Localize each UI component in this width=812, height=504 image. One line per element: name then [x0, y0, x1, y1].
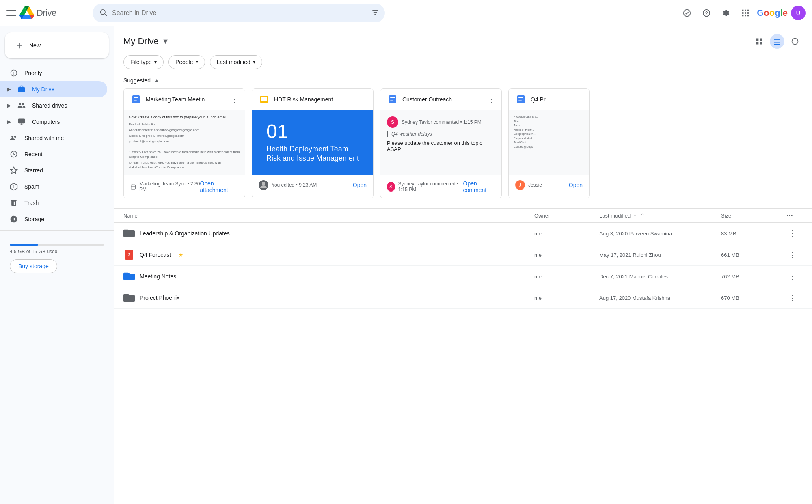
card-more-icon[interactable]: ⋮ [231, 95, 238, 104]
card-more-icon[interactable]: ⋮ [488, 95, 495, 104]
grid-view-button[interactable] [752, 34, 767, 49]
file-type-filter[interactable]: File type ▾ [123, 55, 164, 69]
svg-rect-10 [747, 9, 749, 11]
sidebar-item-label: Shared drives [32, 102, 67, 109]
svg-text:i: i [795, 39, 795, 44]
buy-storage-button[interactable]: Buy storage [10, 259, 57, 273]
col-header-owner[interactable]: Owner [534, 213, 599, 219]
sidebar-item-spam[interactable]: ! Spam [0, 179, 107, 195]
card-footer: S Sydney Taylor commented • 1:15 PM Open… [380, 175, 501, 198]
file-more-button[interactable]: ⋮ [786, 270, 799, 283]
sidebar-item-label: Storage [24, 216, 44, 222]
file-name-label: Q4 Forecast [140, 252, 171, 258]
card-title: Customer Outreach... [402, 96, 457, 103]
storage-bar [10, 244, 104, 246]
card-header-left: Q4 Pr... [515, 94, 550, 105]
card-action-link[interactable]: Open comment [463, 180, 495, 193]
file-owner: me [534, 230, 599, 237]
card-action-link[interactable]: Open [353, 182, 367, 188]
main-title-area[interactable]: My Drive ▼ [123, 36, 169, 47]
user-avatar-small [259, 180, 268, 190]
svg-rect-27 [756, 42, 759, 45]
card-hdt-risk[interactable]: HDT Risk Management ⋮ 01 Health Deployme… [252, 88, 374, 198]
svg-rect-49 [390, 97, 395, 98]
sidebar-item-storage[interactable]: Storage [0, 211, 107, 227]
svg-rect-52 [517, 95, 525, 103]
new-button[interactable]: ＋ New [5, 32, 109, 58]
starred-icon [10, 166, 18, 174]
sidebar-item-recent[interactable]: Recent [0, 146, 107, 162]
svg-rect-15 [745, 15, 746, 16]
drive-logo[interactable]: Drive [19, 6, 56, 20]
user-avatar[interactable]: U [791, 6, 806, 20]
card-title: HDT Risk Management [274, 96, 333, 103]
card-header-left: Marketing Team Meetin... [130, 94, 209, 105]
svg-rect-36 [134, 97, 138, 98]
help-button[interactable]: ? [698, 5, 715, 21]
info-button[interactable]: i [788, 34, 802, 49]
sidebar-item-priority[interactable]: ! Priority [0, 65, 107, 81]
col-header-actions [786, 212, 802, 219]
shared-with-me-icon [10, 134, 18, 142]
folder-blue-icon [123, 271, 135, 282]
svg-rect-30 [774, 41, 780, 41]
card-customer-outreach[interactable]: Customer Outreach... ⋮ S Sydney Taylor c… [380, 88, 502, 198]
card-marketing-team-meeting[interactable]: Marketing Team Meetin... ⋮ Note: Create … [123, 88, 245, 198]
sidebar-item-computers[interactable]: ▶ Computers [0, 114, 107, 130]
file-row[interactable]: Project Phoenix me Aug 17, 2020 Mustafa … [114, 287, 812, 309]
sidebar-item-shared-drives[interactable]: ▶ Shared drives [0, 97, 107, 114]
col-header-name[interactable]: Name [123, 213, 534, 219]
search-filter-icon[interactable] [371, 8, 379, 17]
chevron-icon: ▶ [7, 119, 11, 125]
svg-text:!: ! [13, 185, 14, 189]
file-more-button[interactable]: ⋮ [786, 227, 799, 240]
last-modified-filter[interactable]: Last modified ▾ [210, 55, 262, 69]
col-header-size[interactable]: Size [721, 213, 786, 219]
file-row[interactable]: Meeting Notes me Dec 7, 2021 Manuel Corr… [114, 266, 812, 287]
user-avatar-small: S [387, 182, 395, 192]
sidebar-item-trash[interactable]: Trash [0, 195, 107, 211]
svg-rect-19 [18, 87, 25, 92]
svg-point-57 [789, 215, 790, 216]
card-preview: S Sydney Taylor commented • 1:15 PM Q4 w… [380, 110, 501, 175]
card-action-link[interactable]: Open [569, 182, 583, 188]
status-check-button[interactable] [679, 5, 695, 21]
svg-rect-8 [742, 9, 744, 11]
sidebar-item-shared-with-me[interactable]: Shared with me [0, 130, 107, 146]
chevron-icon: ▶ [7, 103, 11, 108]
file-modified: Aug 17, 2020 Mustafa Krishna [599, 295, 721, 301]
file-row[interactable]: 2 Q4 Forecast ★ me May 17, 2021 Ruichi Z… [114, 244, 812, 266]
star-icon: ★ [178, 252, 184, 258]
hamburger-menu-icon[interactable] [6, 8, 16, 18]
col-header-last-modified[interactable]: Last modified [599, 213, 721, 219]
card-q4-pr[interactable]: Q4 Pr... Proposal data & s... Title Area… [508, 88, 590, 198]
people-filter[interactable]: People ▾ [168, 55, 205, 69]
card-more-icon[interactable]: ⋮ [359, 95, 367, 104]
svg-rect-46 [263, 103, 266, 103]
file-more-button[interactable]: ⋮ [786, 248, 799, 261]
card-header: HDT Risk Management ⋮ [252, 89, 373, 110]
svg-text:!: ! [13, 71, 15, 75]
main-header: My Drive ▼ i [114, 26, 812, 52]
svg-rect-55 [518, 100, 522, 101]
file-name-label: Project Phoenix [140, 295, 179, 301]
card-action-link[interactable]: Open attachment [200, 180, 238, 193]
file-more-button[interactable]: ⋮ [786, 291, 799, 304]
card-footer-info: J Jessie [515, 180, 542, 190]
svg-rect-51 [390, 100, 393, 101]
apps-button[interactable] [737, 5, 754, 21]
filter-chevron-icon: ▾ [196, 59, 198, 65]
sidebar-item-label: Spam [24, 183, 39, 190]
preview-text: Health Deployment TeamRisk and Issue Man… [266, 144, 359, 164]
sidebar-item-starred[interactable]: Starred [0, 162, 107, 179]
app-layout: ＋ New ! Priority ▶ My Drive ▶ Shared dri… [0, 26, 812, 504]
list-view-button[interactable] [770, 34, 784, 49]
file-owner: me [534, 252, 599, 258]
svg-point-5 [684, 9, 691, 16]
settings-button[interactable] [718, 5, 734, 21]
file-row[interactable]: Leadership & Organization Updates me Aug… [114, 223, 812, 244]
collapse-suggested-icon[interactable]: ▲ [154, 77, 160, 84]
file-name-label: Leadership & Organization Updates [140, 230, 230, 237]
sidebar-item-my-drive[interactable]: ▶ My Drive [0, 81, 107, 97]
search-input[interactable] [93, 4, 385, 22]
